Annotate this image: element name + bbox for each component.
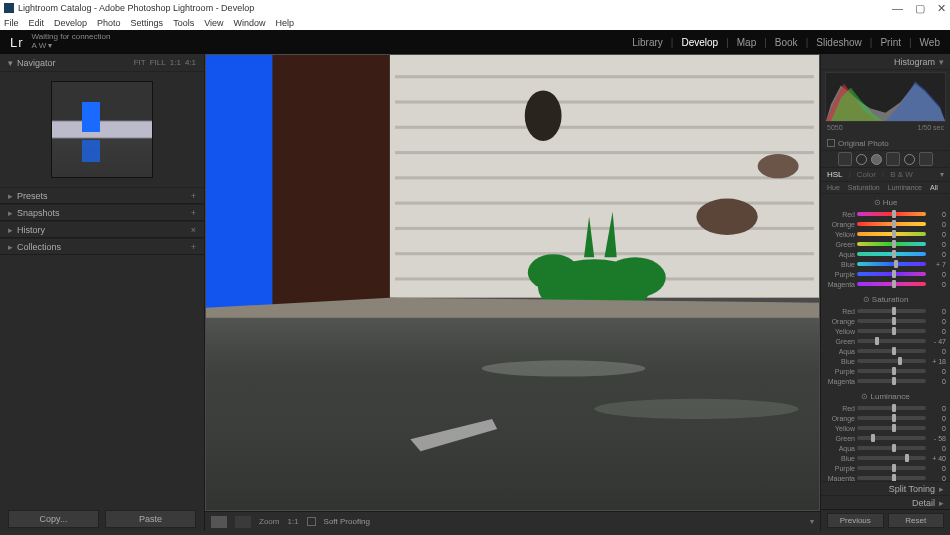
module-print[interactable]: Print (880, 37, 901, 48)
iso-value: 5050 (827, 124, 843, 136)
loupe-view-button[interactable] (211, 516, 227, 528)
slider-luminance-blue[interactable]: Blue+ 40 (825, 453, 946, 463)
reset-button[interactable]: Reset (888, 513, 945, 528)
slider-luminance-yellow[interactable]: Yellow0 (825, 423, 946, 433)
detail-header[interactable]: Detail▸ (821, 495, 950, 509)
slider-hue-aqua[interactable]: Aqua0 (825, 249, 946, 259)
slider-hue-blue[interactable]: Blue+ 7 (825, 259, 946, 269)
svg-point-17 (604, 257, 665, 297)
menu-view[interactable]: View (204, 18, 223, 28)
module-library[interactable]: Library (632, 37, 663, 48)
hsl-tab-color[interactable]: Color (857, 170, 876, 179)
close-button[interactable]: ✕ (937, 2, 946, 15)
group-luminance: ⊙ Luminance (825, 390, 946, 403)
slider-hue-magenta[interactable]: Magenta0 (825, 279, 946, 289)
navigator-header[interactable]: ▾ Navigator FIT FILL 1:1 4:1 (0, 54, 204, 72)
module-develop[interactable]: Develop (681, 37, 718, 48)
slider-hue-red[interactable]: Red0 (825, 209, 946, 219)
svg-point-13 (696, 199, 757, 235)
panel-snapshots[interactable]: ▸Snapshots+ (0, 204, 204, 221)
crop-tool[interactable] (838, 152, 852, 166)
slider-luminance-magenta[interactable]: Magenta0 (825, 473, 946, 481)
slider-luminance-aqua[interactable]: Aqua0 (825, 443, 946, 453)
subtab-saturation[interactable]: Saturation (848, 184, 880, 191)
slider-saturation-blue[interactable]: Blue+ 18 (825, 356, 946, 366)
radial-filter-tool[interactable] (904, 154, 915, 165)
nav-zoom[interactable]: 4:1 (185, 58, 196, 67)
slider-hue-orange[interactable]: Orange0 (825, 219, 946, 229)
zoom-label: Zoom (259, 517, 279, 526)
module-book[interactable]: Book (775, 37, 798, 48)
menu-settings[interactable]: Settings (131, 18, 164, 28)
maximize-button[interactable]: ▢ (915, 2, 925, 15)
slider-hue-green[interactable]: Green0 (825, 239, 946, 249)
subtab-luminance[interactable]: Luminance (888, 184, 922, 191)
svg-point-22 (482, 360, 645, 376)
menu-tools[interactable]: Tools (173, 18, 194, 28)
slider-luminance-purple[interactable]: Purple0 (825, 463, 946, 473)
zoom-value[interactable]: 1:1 (287, 517, 298, 526)
filmstrip-collapsed[interactable] (0, 531, 950, 535)
right-panel: Histogram▾ 5050 1/50 sec Original Photo (820, 54, 950, 531)
menu-edit[interactable]: Edit (29, 18, 45, 28)
original-photo-checkbox[interactable] (827, 139, 835, 147)
nav-1to1[interactable]: 1:1 (170, 58, 181, 67)
menu-develop[interactable]: Develop (54, 18, 87, 28)
spot-tool[interactable] (856, 154, 867, 165)
toolbar-menu-icon[interactable]: ▾ (810, 517, 814, 526)
slider-saturation-red[interactable]: Red0 (825, 306, 946, 316)
histogram-header[interactable]: Histogram▾ (821, 54, 950, 70)
grad-filter-tool[interactable] (886, 152, 900, 166)
develop-toolbar: Zoom 1:1 Soft Proofing ▾ (205, 511, 820, 531)
menu-help[interactable]: Help (276, 18, 295, 28)
slider-saturation-orange[interactable]: Orange0 (825, 316, 946, 326)
svg-rect-4 (395, 101, 814, 104)
slider-saturation-yellow[interactable]: Yellow0 (825, 326, 946, 336)
slider-luminance-orange[interactable]: Orange0 (825, 413, 946, 423)
copy-button[interactable]: Copy... (8, 510, 99, 528)
module-web[interactable]: Web (920, 37, 940, 48)
minimize-button[interactable]: — (892, 2, 903, 15)
module-map[interactable]: Map (737, 37, 756, 48)
hsl-menu-icon[interactable]: ▾ (940, 170, 944, 179)
previous-button[interactable]: Previous (827, 513, 884, 528)
hsl-tab-bw[interactable]: B & W (890, 170, 913, 179)
slider-hue-yellow[interactable]: Yellow0 (825, 229, 946, 239)
panel-presets[interactable]: ▸Presets+ (0, 187, 204, 204)
slider-saturation-magenta[interactable]: Magenta0 (825, 376, 946, 386)
panel-collections[interactable]: ▸Collections+ (0, 238, 204, 255)
menu-window[interactable]: Window (234, 18, 266, 28)
lr-logo: Lr (10, 35, 24, 50)
menu-photo[interactable]: Photo (97, 18, 121, 28)
navigator-thumbnail[interactable] (0, 72, 204, 187)
module-slideshow[interactable]: Slideshow (816, 37, 862, 48)
photo-view[interactable] (206, 55, 819, 510)
panel-history[interactable]: ▸History× (0, 221, 204, 238)
slider-hue-purple[interactable]: Purple0 (825, 269, 946, 279)
left-panel: ▾ Navigator FIT FILL 1:1 4:1 ▸Presets+▸S… (0, 54, 205, 531)
split-toning-header[interactable]: Split Toning▸ (821, 481, 950, 495)
slider-luminance-green[interactable]: Green- 58 (825, 433, 946, 443)
paste-button[interactable]: Paste (105, 510, 196, 528)
brush-tool[interactable] (919, 152, 933, 166)
slider-luminance-red[interactable]: Red0 (825, 403, 946, 413)
subtab-hue[interactable]: Hue (827, 184, 840, 191)
nav-fill[interactable]: FILL (150, 58, 166, 67)
soft-proof-checkbox[interactable] (307, 517, 316, 526)
compare-view-button[interactable] (235, 516, 251, 528)
histogram[interactable] (825, 72, 946, 122)
subtab-all[interactable]: All (930, 184, 938, 191)
user-menu[interactable]: A W ▾ (32, 42, 111, 51)
disclosure-icon: ▾ (8, 58, 13, 68)
svg-rect-5 (395, 126, 814, 129)
slider-saturation-purple[interactable]: Purple0 (825, 366, 946, 376)
slider-saturation-aqua[interactable]: Aqua0 (825, 346, 946, 356)
hsl-tab-hsl[interactable]: HSL (827, 170, 843, 179)
window-title: Lightroom Catalog - Adobe Photoshop Ligh… (18, 3, 254, 13)
svg-point-12 (525, 90, 562, 141)
slider-saturation-green[interactable]: Green- 47 (825, 336, 946, 346)
nav-fit[interactable]: FIT (134, 58, 146, 67)
menu-file[interactable]: File (4, 18, 19, 28)
redeye-tool[interactable] (871, 154, 882, 165)
soft-proof-label: Soft Proofing (324, 517, 370, 526)
